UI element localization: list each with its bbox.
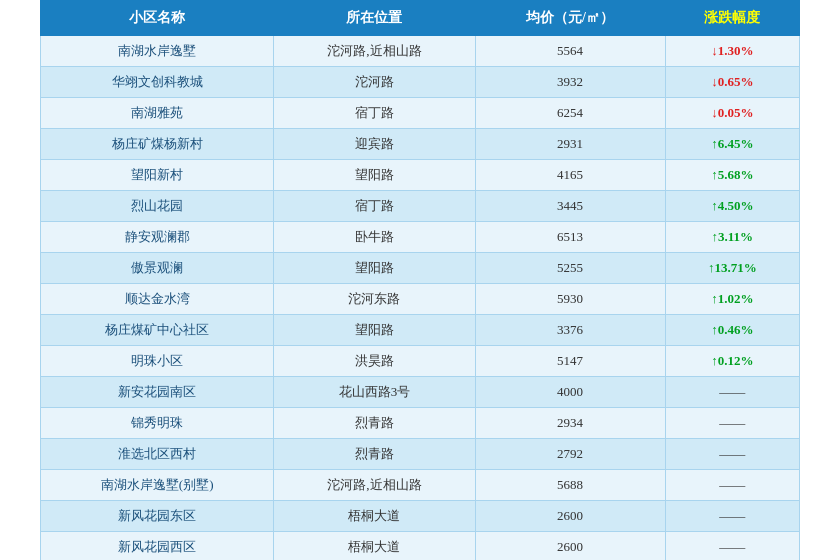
cell-property-name: 淮选北区西村 xyxy=(41,439,274,470)
cell-change: ↑5.68% xyxy=(665,160,799,191)
cell-price: 4165 xyxy=(475,160,665,191)
property-table: 小区名称 所在位置 均价（元/㎡） 涨跌幅度 南湖水岸逸墅沱河路,近相山路556… xyxy=(40,0,800,560)
cell-price: 3376 xyxy=(475,315,665,346)
cell-property-name: 傲景观澜 xyxy=(41,253,274,284)
header-name: 小区名称 xyxy=(41,1,274,36)
cell-location: 花山西路3号 xyxy=(274,377,475,408)
cell-price: 2931 xyxy=(475,129,665,160)
cell-property-name: 南湖雅苑 xyxy=(41,98,274,129)
cell-location: 望阳路 xyxy=(274,160,475,191)
table-row: 傲景观澜望阳路5255↑13.71% xyxy=(41,253,800,284)
table-header-row: 小区名称 所在位置 均价（元/㎡） 涨跌幅度 xyxy=(41,1,800,36)
header-location: 所在位置 xyxy=(274,1,475,36)
table-row: 新安花园南区花山西路3号4000—— xyxy=(41,377,800,408)
cell-property-name: 杨庄矿煤杨新村 xyxy=(41,129,274,160)
table-row: 杨庄煤矿中心社区望阳路3376↑0.46% xyxy=(41,315,800,346)
cell-price: 5564 xyxy=(475,36,665,67)
cell-location: 望阳路 xyxy=(274,315,475,346)
cell-price: 5147 xyxy=(475,346,665,377)
cell-location: 烈青路 xyxy=(274,408,475,439)
cell-property-name: 烈山花园 xyxy=(41,191,274,222)
header-change: 涨跌幅度 xyxy=(665,1,799,36)
cell-change: ↑3.11% xyxy=(665,222,799,253)
table-row: 新风花园东区梧桐大道2600—— xyxy=(41,501,800,532)
cell-property-name: 锦秀明珠 xyxy=(41,408,274,439)
cell-change: —— xyxy=(665,408,799,439)
cell-price: 3932 xyxy=(475,67,665,98)
table-row: 南湖水岸逸墅沱河路,近相山路5564↓1.30% xyxy=(41,36,800,67)
table-row: 顺达金水湾沱河东路5930↑1.02% xyxy=(41,284,800,315)
cell-price: 2934 xyxy=(475,408,665,439)
cell-location: 沱河路,近相山路 xyxy=(274,470,475,501)
cell-change: ↓0.65% xyxy=(665,67,799,98)
table-row: 杨庄矿煤杨新村迎宾路2931↑6.45% xyxy=(41,129,800,160)
cell-location: 卧牛路 xyxy=(274,222,475,253)
cell-location: 梧桐大道 xyxy=(274,501,475,532)
cell-price: 5930 xyxy=(475,284,665,315)
cell-price: 2792 xyxy=(475,439,665,470)
table-row: 静安观澜郡卧牛路6513↑3.11% xyxy=(41,222,800,253)
cell-price: 5255 xyxy=(475,253,665,284)
cell-price: 5688 xyxy=(475,470,665,501)
cell-location: 宿丁路 xyxy=(274,191,475,222)
cell-property-name: 静安观澜郡 xyxy=(41,222,274,253)
cell-location: 烈青路 xyxy=(274,439,475,470)
cell-property-name: 华翊文创科教城 xyxy=(41,67,274,98)
table-row: 望阳新村望阳路4165↑5.68% xyxy=(41,160,800,191)
header-price: 均价（元/㎡） xyxy=(475,1,665,36)
cell-location: 沱河路 xyxy=(274,67,475,98)
cell-property-name: 新安花园南区 xyxy=(41,377,274,408)
cell-change: ↓1.30% xyxy=(665,36,799,67)
cell-property-name: 顺达金水湾 xyxy=(41,284,274,315)
cell-property-name: 南湖水岸逸墅(别墅) xyxy=(41,470,274,501)
table-row: 锦秀明珠烈青路2934—— xyxy=(41,408,800,439)
cell-location: 沱河路,近相山路 xyxy=(274,36,475,67)
cell-property-name: 明珠小区 xyxy=(41,346,274,377)
cell-price: 2600 xyxy=(475,532,665,561)
cell-change: ↑6.45% xyxy=(665,129,799,160)
cell-price: 4000 xyxy=(475,377,665,408)
cell-price: 2600 xyxy=(475,501,665,532)
cell-property-name: 新风花园西区 xyxy=(41,532,274,561)
table-row: 淮选北区西村烈青路2792—— xyxy=(41,439,800,470)
table-row: 明珠小区洪昊路5147↑0.12% xyxy=(41,346,800,377)
cell-location: 洪昊路 xyxy=(274,346,475,377)
cell-location: 宿丁路 xyxy=(274,98,475,129)
cell-change: —— xyxy=(665,377,799,408)
table-row: 南湖水岸逸墅(别墅)沱河路,近相山路5688—— xyxy=(41,470,800,501)
cell-location: 沱河东路 xyxy=(274,284,475,315)
cell-property-name: 望阳新村 xyxy=(41,160,274,191)
cell-change: ↑0.12% xyxy=(665,346,799,377)
cell-change: ↑1.02% xyxy=(665,284,799,315)
table-row: 新风花园西区梧桐大道2600—— xyxy=(41,532,800,561)
cell-price: 6513 xyxy=(475,222,665,253)
cell-property-name: 杨庄煤矿中心社区 xyxy=(41,315,274,346)
cell-change: ↑0.46% xyxy=(665,315,799,346)
cell-location: 梧桐大道 xyxy=(274,532,475,561)
cell-price: 6254 xyxy=(475,98,665,129)
cell-change: —— xyxy=(665,532,799,561)
cell-price: 3445 xyxy=(475,191,665,222)
table-row: 南湖雅苑宿丁路6254↓0.05% xyxy=(41,98,800,129)
cell-change: ↑13.71% xyxy=(665,253,799,284)
cell-property-name: 新风花园东区 xyxy=(41,501,274,532)
table-row: 烈山花园宿丁路3445↑4.50% xyxy=(41,191,800,222)
table-row: 华翊文创科教城沱河路3932↓0.65% xyxy=(41,67,800,98)
cell-change: ↓0.05% xyxy=(665,98,799,129)
cell-location: 迎宾路 xyxy=(274,129,475,160)
cell-change: ↑4.50% xyxy=(665,191,799,222)
cell-property-name: 南湖水岸逸墅 xyxy=(41,36,274,67)
cell-change: —— xyxy=(665,470,799,501)
cell-location: 望阳路 xyxy=(274,253,475,284)
cell-change: —— xyxy=(665,439,799,470)
main-table-container: 小区名称 所在位置 均价（元/㎡） 涨跌幅度 南湖水岸逸墅沱河路,近相山路556… xyxy=(40,0,800,560)
cell-change: —— xyxy=(665,501,799,532)
